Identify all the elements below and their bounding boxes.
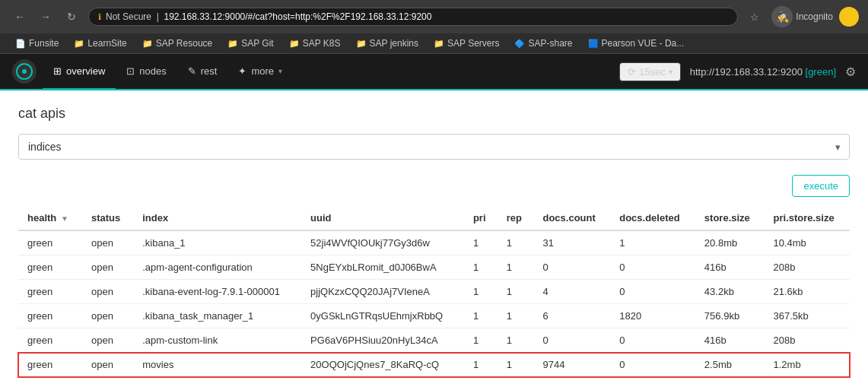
cell-health: green bbox=[18, 255, 82, 280]
cell-status: open bbox=[82, 353, 133, 377]
cell-index: .kibana_1 bbox=[133, 230, 301, 255]
indices-table: health ▼ status index uuid pri rep docs.… bbox=[18, 206, 850, 377]
overview-icon: ⊞ bbox=[53, 65, 62, 77]
bookmark-label: SAP Servers bbox=[447, 38, 499, 49]
cell-store-size: 20.8mb bbox=[695, 230, 765, 255]
col-store-size[interactable]: store.size bbox=[695, 206, 765, 230]
col-docs-deleted-label: docs.deleted bbox=[619, 212, 679, 224]
settings-icon[interactable]: ⚙ bbox=[845, 65, 856, 79]
cell-store-size: 756.9kb bbox=[695, 304, 765, 328]
bookmark-sap-servers[interactable]: 📁 SAP Servers bbox=[428, 36, 505, 50]
nav-link-overview[interactable]: ⊞ overview bbox=[43, 53, 116, 90]
server-env-badge: [green] bbox=[806, 66, 837, 78]
execute-button[interactable]: execute bbox=[792, 175, 850, 197]
incognito-button[interactable]: 🕵 Incognito bbox=[771, 6, 833, 27]
cell-rep: 1 bbox=[498, 255, 534, 280]
col-uuid[interactable]: uuid bbox=[301, 206, 464, 230]
col-uuid-label: uuid bbox=[310, 212, 331, 224]
nav-link-rest[interactable]: ✎ rest bbox=[177, 53, 228, 90]
col-health-label: health bbox=[27, 212, 56, 224]
reload-button[interactable]: ↻ bbox=[61, 6, 82, 27]
app-header: ⊞ overview ⊡ nodes ✎ rest ✦ more ▾ ⟳ 15s… bbox=[0, 54, 868, 90]
cell-pri-store-size: 21.6kb bbox=[764, 280, 850, 304]
dropdown-container: indices aliases shards nodes ▾ bbox=[18, 134, 850, 160]
bookmark-sap-jenkins[interactable]: 📁 SAP jenkins bbox=[350, 36, 424, 50]
refresh-interval: 15sec bbox=[639, 66, 666, 78]
bookmarks-bar: 📄 Funsite 📁 LearnSite 📁 SAP Resouce 📁 SA… bbox=[0, 33, 868, 54]
nav-link-label: nodes bbox=[139, 65, 166, 77]
cell-index: .apm-custom-link bbox=[133, 328, 301, 353]
page-title: cat apis bbox=[18, 106, 850, 122]
cell-docs-deleted: 0 bbox=[610, 280, 695, 304]
bookmark-sap-share[interactable]: 🔷 SAP-share bbox=[508, 36, 578, 50]
cell-pri: 1 bbox=[464, 280, 498, 304]
col-pri[interactable]: pri bbox=[464, 206, 498, 230]
cell-store-size: 416b bbox=[695, 328, 765, 353]
col-status-label: status bbox=[91, 212, 120, 224]
cell-health: green bbox=[18, 353, 82, 377]
nav-link-nodes[interactable]: ⊡ nodes bbox=[116, 53, 176, 90]
cell-store-size: 2.5mb bbox=[695, 353, 765, 377]
table-header: health ▼ status index uuid pri rep docs.… bbox=[18, 206, 850, 230]
col-pri-store-size[interactable]: pri.store.size bbox=[764, 206, 850, 230]
profile-avatar[interactable] bbox=[839, 7, 859, 27]
cell-pri-store-size: 208b bbox=[764, 328, 850, 353]
cell-uuid: 52ji4WVfQIOUkj77Gy3d6w bbox=[301, 230, 464, 255]
refresh-dropdown-icon: ▾ bbox=[669, 68, 672, 76]
col-index[interactable]: index bbox=[133, 206, 301, 230]
browser-chrome: ← → ↻ ℹ Not Secure | 192.168.33.12:9000/… bbox=[0, 0, 868, 54]
nav-link-label: more bbox=[251, 65, 274, 77]
sort-icon: ▼ bbox=[61, 214, 68, 223]
cell-index: .apm-agent-configuration bbox=[133, 255, 301, 280]
cell-pri-store-size: 10.4mb bbox=[764, 230, 850, 255]
bookmark-label: SAP Resouce bbox=[156, 38, 213, 49]
back-button[interactable]: ← bbox=[9, 6, 30, 27]
cell-status: open bbox=[82, 280, 133, 304]
lock-icon: ℹ bbox=[98, 12, 101, 22]
bookmark-icon: 📁 bbox=[289, 39, 300, 49]
cell-pri-store-size: 1.2mb bbox=[764, 353, 850, 377]
refresh-button[interactable]: ⟳ 15sec ▾ bbox=[619, 62, 681, 81]
table-body: greenopen.kibana_152ji4WVfQIOUkj77Gy3d6w… bbox=[18, 230, 850, 377]
nav-link-more[interactable]: ✦ more ▾ bbox=[227, 53, 293, 90]
forward-button[interactable]: → bbox=[35, 6, 56, 27]
cell-uuid: pjjQKzxCQQ20JAj7VIeneA bbox=[301, 280, 464, 304]
bookmark-sap-git[interactable]: 📁 SAP Git bbox=[221, 36, 279, 50]
table-row: greenopen.kibana-event-log-7.9.1-000001p… bbox=[18, 280, 850, 304]
col-docs-count[interactable]: docs.count bbox=[533, 206, 610, 230]
bookmark-label: Funsite bbox=[29, 38, 59, 49]
bookmark-sap-k8s[interactable]: 📁 SAP K8S bbox=[283, 36, 347, 50]
cell-status: open bbox=[82, 304, 133, 328]
refresh-icon: ⟳ bbox=[628, 66, 636, 78]
col-rep[interactable]: rep bbox=[498, 206, 534, 230]
cell-health: green bbox=[18, 230, 82, 255]
col-health[interactable]: health ▼ bbox=[18, 206, 82, 230]
incognito-label: Incognito bbox=[796, 11, 833, 22]
bookmark-icon: 📄 bbox=[15, 39, 26, 49]
address-url: 192.168.33.12:9000/#/cat?host=http:%2F%2… bbox=[164, 11, 431, 22]
col-docs-count-label: docs.count bbox=[542, 212, 595, 224]
cat-api-dropdown[interactable]: indices aliases shards nodes bbox=[18, 134, 850, 160]
col-status[interactable]: status bbox=[82, 206, 133, 230]
bookmark-sap-resource[interactable]: 📁 SAP Resouce bbox=[136, 36, 219, 50]
bookmark-label: SAP jenkins bbox=[370, 38, 418, 49]
address-bar[interactable]: ℹ Not Secure | 192.168.33.12:9000/#/cat?… bbox=[88, 8, 738, 26]
bookmark-learnsite[interactable]: 📁 LearnSite bbox=[68, 36, 132, 50]
bookmark-star-button[interactable]: ☆ bbox=[744, 6, 765, 27]
browser-nav-buttons: ← → ↻ bbox=[9, 6, 82, 27]
cell-docs-count: 9744 bbox=[533, 353, 610, 377]
bookmark-funsite[interactable]: 📄 Funsite bbox=[9, 36, 65, 50]
bookmark-label: SAP Git bbox=[241, 38, 273, 49]
cell-store-size: 43.2kb bbox=[695, 280, 765, 304]
bookmark-pearson-vue[interactable]: 🟦 Pearson VUE - Da... bbox=[582, 36, 691, 50]
col-pri-store-size-label: pri.store.size bbox=[773, 212, 834, 224]
incognito-icon: 🕵 bbox=[771, 6, 793, 27]
bookmark-icon: 📁 bbox=[356, 39, 367, 49]
col-docs-deleted[interactable]: docs.deleted bbox=[610, 206, 695, 230]
table-row: greenopen.kibana_task_manager_10yGSkLnGT… bbox=[18, 304, 850, 328]
cell-docs-deleted: 0 bbox=[610, 353, 695, 377]
more-icon: ✦ bbox=[238, 65, 246, 77]
cell-docs-count: 4 bbox=[533, 280, 610, 304]
table-row: greenopen.apm-custom-linkPG6aV6PHSiuu20n… bbox=[18, 328, 850, 353]
cell-uuid: PG6aV6PHSiuu20nHyL34cA bbox=[301, 328, 464, 353]
